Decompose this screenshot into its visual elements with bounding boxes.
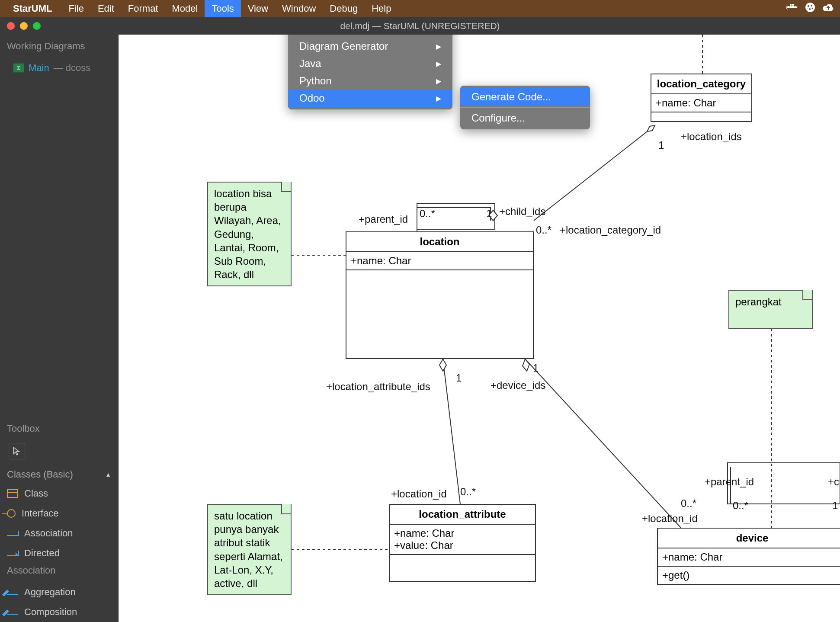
cookie-icon[interactable] bbox=[805, 2, 816, 16]
menu-label: Odoo bbox=[299, 92, 325, 104]
window-zoom-button[interactable] bbox=[33, 22, 41, 30]
tool-class-label: Class bbox=[24, 488, 48, 499]
note-text: location bisa berupa Wilayah, Area, Gedu… bbox=[214, 188, 281, 280]
menu-window[interactable]: Window bbox=[275, 0, 323, 17]
uml-class-location-attribute[interactable]: location_attribute +name: Char +value: C… bbox=[389, 504, 536, 582]
svg-marker-19 bbox=[523, 359, 529, 371]
assoc-mult: 1 bbox=[658, 139, 664, 151]
menu-tools[interactable]: Tools bbox=[205, 0, 240, 17]
window-close-button[interactable] bbox=[7, 22, 15, 30]
assoc-label-child-ids: +child_ids bbox=[499, 205, 545, 218]
menu-help[interactable]: Help bbox=[365, 0, 398, 17]
toolbox-header: Toolbox bbox=[0, 417, 118, 440]
menu-view[interactable]: View bbox=[241, 0, 275, 17]
svg-point-9 bbox=[812, 8, 813, 9]
uml-class-location-category[interactable]: location_category +name: Char bbox=[651, 74, 752, 122]
cloud-upload-icon[interactable] bbox=[822, 3, 835, 15]
class-tool-icon bbox=[7, 489, 18, 498]
class-diagram-icon: ⊞ bbox=[13, 63, 24, 73]
diagram-canvas[interactable]: location_category +name: Char location +… bbox=[119, 35, 840, 622]
menu-format[interactable]: Format bbox=[121, 0, 165, 17]
tool-aggregation-label: Aggregation bbox=[24, 587, 76, 598]
collapse-triangle-icon: ▲ bbox=[105, 471, 111, 478]
assoc-label-location-id2: +location_id bbox=[642, 513, 698, 525]
composition-tool-icon bbox=[7, 614, 18, 615]
menu-java[interactable]: Java ▶ bbox=[288, 55, 452, 72]
diagram-subtitle: — dcoss bbox=[54, 62, 91, 74]
menu-label: Diagram Generator bbox=[299, 40, 388, 52]
tool-class[interactable]: Class bbox=[0, 484, 118, 503]
note-text: perangkat bbox=[735, 296, 782, 308]
working-diagrams-header: Working Diagrams bbox=[0, 35, 118, 58]
submenu-arrow-icon: ▶ bbox=[436, 60, 441, 68]
menu-configure[interactable]: Configure... bbox=[460, 109, 590, 127]
tool-composition-label: Composition bbox=[24, 606, 77, 618]
left-sidebar: Working Diagrams ⊞ Main — dcoss Toolbox … bbox=[0, 35, 119, 622]
menu-debug[interactable]: Debug bbox=[323, 0, 365, 17]
association-section-header: Association bbox=[0, 563, 118, 582]
assoc-label-parent-id: +parent_id bbox=[359, 213, 408, 225]
diagram-item-main[interactable]: ⊞ Main — dcoss bbox=[0, 58, 118, 78]
tool-directed[interactable]: Directed bbox=[0, 543, 118, 563]
tool-association[interactable]: Association bbox=[0, 523, 118, 543]
class-name: location bbox=[346, 232, 533, 252]
assoc-mult: 1 bbox=[832, 500, 838, 512]
assoc-label-location-id: +location_id bbox=[391, 488, 447, 500]
menu-python[interactable]: Python ▶ bbox=[288, 72, 452, 90]
class-op: +get() bbox=[662, 569, 840, 581]
class-name: location_attribute bbox=[390, 505, 535, 525]
window-minimize-button[interactable] bbox=[20, 22, 28, 30]
svg-point-7 bbox=[811, 5, 812, 6]
uml-note-location-attr-desc[interactable]: satu location punya banyak atribut stati… bbox=[207, 504, 292, 595]
tool-interface[interactable]: Interface bbox=[0, 503, 118, 523]
menu-odoo[interactable]: Odoo ▶ bbox=[288, 90, 452, 107]
menu-file[interactable]: File bbox=[61, 0, 90, 17]
docker-icon[interactable] bbox=[786, 3, 798, 15]
svg-point-8 bbox=[809, 8, 811, 10]
assoc-label-location-ids: +location_ids bbox=[681, 131, 742, 143]
uml-class-device[interactable]: device +name: Char +get() bbox=[657, 528, 840, 585]
assoc-label-loc-attr-ids: +location_attribute_ids bbox=[326, 381, 430, 393]
assoc-mult: 1 bbox=[456, 372, 462, 384]
menu-label: Extension Manager... bbox=[299, 35, 397, 35]
odoo-submenu: Generate Code... Configure... bbox=[460, 86, 590, 129]
note-text: satu location punya banyak atribut stati… bbox=[214, 510, 283, 589]
app-name[interactable]: StarUML bbox=[13, 3, 52, 14]
class-attr: +name: Char bbox=[351, 255, 529, 267]
uml-note-perangkat[interactable]: perangkat bbox=[728, 290, 813, 329]
class-attr: +name: Char bbox=[394, 527, 531, 539]
svg-point-6 bbox=[808, 5, 809, 7]
assoc-mult: 0..* bbox=[460, 486, 476, 498]
assoc-mult: 1 bbox=[486, 208, 492, 220]
submenu-arrow-icon: ▶ bbox=[436, 94, 441, 103]
menu-model[interactable]: Model bbox=[165, 0, 205, 17]
submenu-arrow-icon: ▶ bbox=[436, 42, 441, 51]
classes-basic-section[interactable]: Classes (Basic) ▲ bbox=[0, 465, 118, 484]
uml-class-location[interactable]: location +name: Char bbox=[346, 231, 534, 359]
svg-rect-3 bbox=[790, 4, 792, 6]
window-titlebar: del.mdj — StarUML (UNREGISTERED) bbox=[0, 17, 840, 35]
assoc-label-device-ids: +device_ids bbox=[491, 379, 545, 391]
menu-label: Python bbox=[299, 75, 332, 87]
svg-marker-12 bbox=[647, 125, 655, 131]
assoc-mult: 0..* bbox=[681, 497, 696, 510]
tool-interface-label: Interface bbox=[22, 508, 59, 519]
menu-extension-manager[interactable]: Extension Manager... bbox=[288, 35, 452, 38]
directed-tool-icon bbox=[7, 555, 18, 556]
tool-aggregation[interactable]: Aggregation bbox=[0, 582, 118, 602]
menu-edit[interactable]: Edit bbox=[91, 0, 121, 17]
uml-note-location-desc[interactable]: location bisa berupa Wilayah, Area, Gedu… bbox=[207, 182, 292, 286]
classes-basic-label: Classes (Basic) bbox=[7, 469, 73, 480]
tool-composition[interactable]: Composition bbox=[0, 602, 118, 622]
menu-diagram-generator[interactable]: Diagram Generator ▶ bbox=[288, 38, 452, 55]
assoc-label-parent-id2: +parent_id bbox=[705, 476, 754, 488]
toolbox-select-tool[interactable] bbox=[9, 443, 25, 459]
tool-association-label: Association bbox=[24, 528, 73, 539]
class-name: device bbox=[658, 529, 840, 548]
assoc-label-loc-cat-id: +location_category_id bbox=[560, 224, 661, 236]
menu-generate-code[interactable]: Generate Code... bbox=[460, 88, 590, 106]
svg-line-11 bbox=[534, 125, 655, 221]
diagram-name: Main bbox=[29, 62, 49, 74]
interface-tool-icon bbox=[7, 509, 16, 518]
menu-label: Configure... bbox=[471, 112, 525, 124]
